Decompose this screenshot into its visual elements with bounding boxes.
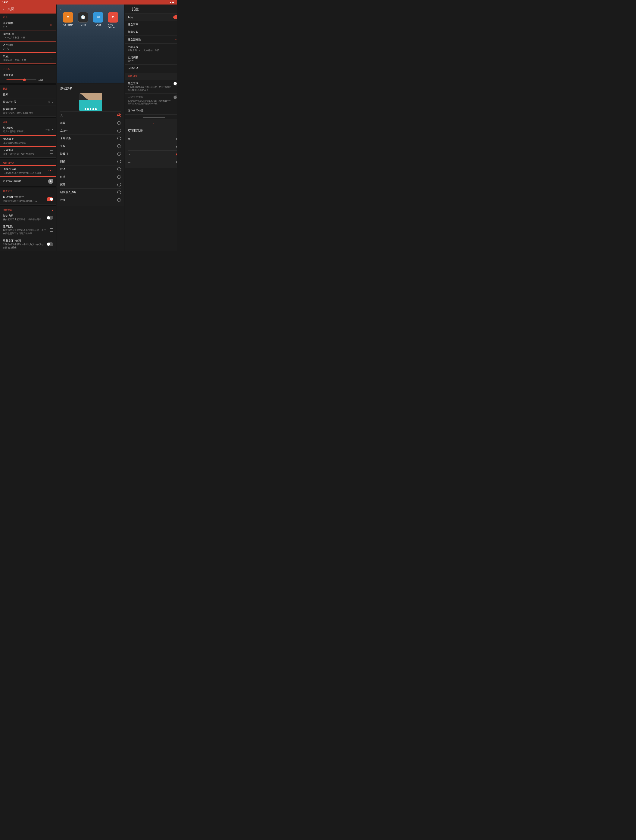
status-icons: ▾ ⏰: [170, 1, 174, 3]
advanced-settings-header[interactable]: 高级设置 ▲: [125, 73, 177, 80]
wallpaper-scroll-dropdown[interactable]: 开启 ▼: [46, 128, 53, 131]
pi-radio-none[interactable]: [176, 137, 177, 141]
advanced-label: 高级设置: [128, 74, 138, 78]
scroll-option-wipe[interactable]: 擦除: [60, 181, 121, 188]
status-bar: 14:32 ▾ ⏰: [0, 0, 177, 5]
scroll-option-cube[interactable]: 立方体: [60, 127, 121, 134]
setting-wallpaper-scroll[interactable]: 壁纸滚动 滑屏时壁纸随屏幕滚动 开启 ▼: [0, 124, 56, 135]
setting-page-indicator-color[interactable]: 页面指示器颜色 A: [0, 177, 56, 186]
setting-display-shadow[interactable]: 显示阴影 屏幕顶部以及底部都会出现阴影效果，但仅在亮色壁纸下才可能产生效果: [0, 223, 56, 237]
corner-radius-slider[interactable]: [6, 79, 36, 80]
scroll-radio-glass1[interactable]: [117, 167, 121, 171]
left-panel: ← 桌面 布局 桌面网格 5×4 ⊞ 图标布局 135%, 文本标签: 打开 →…: [0, 5, 56, 251]
app-icon-email[interactable]: ✉ Email: [93, 12, 103, 28]
right-back-button[interactable]: ←: [127, 7, 130, 11]
right-item-auto-close: 自动关闭抽屉 在启动某个应用后自动隐藏托盘（最好配合一个显示/隐藏托盘的手势使用…: [125, 93, 177, 107]
middle-back-button[interactable]: ←: [59, 7, 63, 11]
scroll-radio-none[interactable]: [117, 114, 121, 117]
right-item-dock-pages[interactable]: 托盘页数 1: [125, 28, 177, 36]
scroll-dot-4: [92, 108, 94, 110]
scroll-option-zoom-fade[interactable]: 缩放淡入淡出: [60, 188, 121, 196]
setting-corner-radius[interactable]: 圆角半径 ⌐ 16dp: [0, 71, 56, 84]
scroll-dot-1: [85, 108, 86, 110]
scroll-option-none-label: 无: [60, 114, 63, 117]
scroll-option-flip[interactable]: 翻转: [60, 158, 121, 165]
scroll-radio-tablet[interactable]: [117, 144, 121, 148]
advanced-collapse-icon[interactable]: ▲: [51, 209, 53, 211]
scroll-option-card-stack-label: 卡片堆叠: [60, 137, 71, 140]
right-title-dock-top: 托盘置顶: [128, 82, 171, 85]
scroll-radio-cube[interactable]: [117, 129, 121, 133]
app-icon-calculator[interactable]: ≡ Calculator: [63, 12, 73, 28]
scroll-preview: [79, 93, 102, 111]
shadow-checkbox[interactable]: [50, 228, 53, 232]
setting-page-indicator[interactable]: 页面指示器 在 Dock 栏上方显示活动的主屏幕页面 ••• →: [0, 165, 56, 177]
scroll-option-glass1[interactable]: 玻璃: [60, 165, 121, 173]
scroll-radio-revolving[interactable]: [117, 152, 121, 156]
setting-desktop-grid[interactable]: 桌面网格 5×4 ⊞: [0, 20, 56, 30]
pi-option-none-label: 无: [128, 137, 130, 141]
scroll-effect-title: 滚动效果: [60, 87, 121, 90]
pi-radio-dash[interactable]: [176, 160, 177, 164]
scroll-radio-wipe[interactable]: [117, 183, 121, 186]
pi-color-circle[interactable]: A: [48, 178, 53, 184]
setting-dock[interactable]: 托盘 图标布局、背景、页数 →: [0, 52, 56, 64]
scroll-option-none[interactable]: 无: [60, 111, 121, 119]
search-pos-dropdown[interactable]: 无 ▼: [48, 100, 53, 104]
setting-search-bar-style[interactable]: 搜索栏样式 背景与形状、颜色、Logo 类型: [0, 106, 56, 117]
right-panel: ← 托盘 启用 托盘背景 托盘页数 1 托盘图标数 ••• 图标布局 匹配桌面大…: [125, 5, 177, 251]
setting-infinite-scroll[interactable]: 无限滚动 在第一页与最后一页间无缝滑动: [0, 147, 56, 158]
section-label-advanced: 高级设置 ▲: [0, 206, 56, 212]
left-back-button[interactable]: ←: [2, 7, 6, 11]
dock-enable-toggle[interactable]: [173, 16, 177, 19]
pi-option-dots2[interactable]: ···: [128, 150, 177, 158]
right-item-dock-icon-layout[interactable]: 图标布局 匹配桌面大小，文本标签：关闭: [125, 44, 177, 54]
scroll-option-simple[interactable]: 简单: [60, 119, 121, 127]
pi-option-dots1[interactable]: ···: [128, 143, 177, 150]
pi-radio-dots1[interactable]: [176, 145, 177, 148]
right-item-dock-bg[interactable]: 托盘背景: [125, 21, 177, 28]
right-item-save-position[interactable]: 保存当前位置: [125, 107, 177, 115]
overlap-toggle[interactable]: [47, 242, 53, 246]
setting-title-search: 搜索: [3, 93, 53, 96]
scroll-radio-throw[interactable]: [117, 198, 121, 202]
right-item-dock-infinite[interactable]: 无限滚动: [125, 65, 177, 72]
pi-radio-dots2[interactable]: [176, 153, 177, 156]
dock-top-toggle[interactable]: [173, 82, 177, 85]
setting-search[interactable]: 搜索: [0, 91, 56, 98]
app-icon-clock[interactable]: 🕐 Clock: [78, 12, 88, 28]
scroll-radio-zoom-fade[interactable]: [117, 191, 121, 194]
right-item-dock-on-top[interactable]: 托盘置顶 托盘将出现在桌面各图标的顶层，在用手势来切换托盘时能更好的工作。: [125, 80, 177, 93]
setting-margin-adjust[interactable]: 边距调整 大×大: [0, 41, 56, 52]
setting-search-bar-pos[interactable]: 搜索栏位置 无 ▼: [0, 98, 56, 106]
setting-icon-layout[interactable]: 图标布局 135%, 文本标签: 打开 →: [0, 30, 56, 41]
right-bottom-indicator: [142, 117, 165, 118]
setting-title-margin: 边距调整: [3, 43, 53, 47]
setting-scroll-effect[interactable]: 滚动效果 主屏页面切换效果设置 →: [0, 135, 56, 147]
setting-sub-margin: 大×大: [3, 47, 53, 51]
scroll-radio-simple[interactable]: [117, 121, 121, 125]
scroll-option-glass2[interactable]: 玻璃: [60, 173, 121, 181]
pi-option-none[interactable]: 无: [128, 135, 177, 143]
scroll-option-simple-label: 简单: [60, 122, 65, 125]
right-enable-section: 启用: [125, 14, 177, 21]
scroll-dot-5: [95, 108, 97, 110]
setting-lock-layout[interactable]: 锁定布局 保护桌面防止桌面图标、结构等被更改: [0, 212, 56, 223]
auto-add-toggle[interactable]: [47, 197, 53, 201]
scroll-option-tablet[interactable]: 平板: [60, 142, 121, 150]
scroll-radio-flip[interactable]: [117, 159, 121, 163]
scroll-radio-card-stack[interactable]: [117, 137, 121, 140]
app-icon-nova[interactable]: ⚙ Nova Settings: [108, 12, 119, 28]
scroll-option-card-stack[interactable]: 卡片堆叠: [60, 134, 121, 142]
lock-layout-toggle[interactable]: [47, 216, 53, 219]
setting-auto-add-shortcut[interactable]: 自动添加快捷方式 当新应用安装时自动添加快捷方式: [0, 194, 56, 205]
scroll-radio-glass2[interactable]: [117, 175, 121, 179]
scroll-option-revolving-door[interactable]: 旋转门: [60, 150, 121, 158]
right-item-dock-icon-count[interactable]: 托盘图标数 •••: [125, 36, 177, 44]
right-item-dock-margin[interactable]: 边距调整 大×大: [125, 54, 177, 65]
setting-overlap-widget[interactable]: 重叠桌面小部件 当调整桌面小部件大小时允许其与在其他桌面项目重叠: [0, 237, 56, 251]
pi-option-dash[interactable]: —: [128, 158, 177, 166]
infinite-scroll-checkbox[interactable]: [50, 150, 53, 154]
scroll-option-throw[interactable]: 投掷: [60, 196, 121, 204]
setting-title-auto-add: 自动添加快捷方式: [3, 196, 37, 199]
